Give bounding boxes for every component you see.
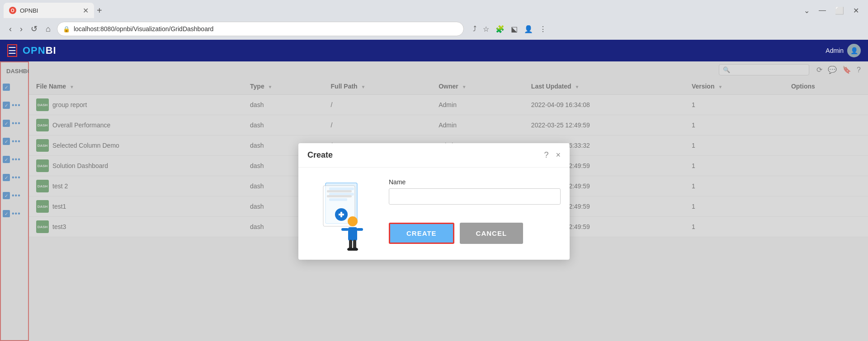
modal-actions: CREATE CANCEL (389, 223, 561, 244)
tab-title: OPNBI (20, 7, 38, 14)
svg-rect-9 (340, 212, 342, 217)
window-close-icon[interactable]: ✕ (853, 6, 859, 15)
modal-body: Name CREATE CANCEL (298, 168, 570, 260)
modal-header: Create ? × (298, 143, 570, 168)
forward-button[interactable]: › (18, 23, 24, 36)
illustration-svg (312, 178, 375, 251)
menu-icon[interactable]: ⋮ (539, 25, 547, 33)
extensions-icon[interactable]: 🧩 (495, 25, 505, 33)
share-icon[interactable]: ⤴ (473, 25, 476, 33)
minimize-icon[interactable]: — (819, 6, 826, 14)
tab-close-button[interactable]: ✕ (83, 6, 89, 15)
svg-rect-5 (327, 190, 352, 192)
svg-rect-6 (327, 195, 352, 197)
svg-rect-15 (353, 240, 356, 249)
content-area: DASHBOARD ✓ ✓ ••• ✓ ••• ✓ ••• ✓ (0, 61, 868, 341)
modal-close-button[interactable]: × (556, 150, 561, 160)
name-label: Name (389, 178, 561, 186)
admin-label: Admin (826, 47, 844, 54)
app-logo: OPNBI (23, 45, 57, 56)
tab-favicon: O (9, 7, 16, 14)
logo-bi: BI (46, 45, 57, 56)
app-wrapper: ☰ OPNBI Admin 👤 DASHBOARD ✓ ✓ ••• ✓ ••• (0, 40, 868, 341)
active-tab[interactable]: O OPNBI ✕ (4, 3, 94, 18)
name-input[interactable] (389, 188, 561, 205)
bookmark-icon[interactable]: ☆ (483, 25, 489, 33)
home-button[interactable]: ⌂ (44, 23, 52, 36)
admin-avatar[interactable]: 👤 (847, 44, 861, 57)
modal-form: Name CREATE CANCEL (389, 178, 561, 251)
address-bar[interactable]: 🔒 localhost:8080/opnbi/Visualization/Gri… (57, 22, 464, 36)
svg-point-10 (348, 216, 358, 226)
tab-right-controls: ⌄ — ⬜ ✕ (804, 6, 859, 15)
modal-header-right: ? × (544, 150, 561, 160)
svg-rect-14 (349, 240, 352, 249)
svg-rect-13 (357, 228, 363, 231)
address-bar-right: ⤴ ☆ 🧩 ⬕ 👤 ⋮ (473, 25, 547, 33)
logo-opn: OPN (23, 45, 46, 56)
cancel-button[interactable]: CANCEL (460, 223, 524, 244)
reload-button[interactable]: ↺ (29, 22, 39, 36)
lock-icon: 🔒 (63, 26, 70, 33)
svg-rect-11 (348, 227, 357, 241)
maximize-icon[interactable]: ⬜ (835, 6, 844, 15)
modal-title: Create (307, 150, 333, 160)
address-bar-row: ‹ › ↺ ⌂ 🔒 localhost:8080/opnbi/Visualiza… (0, 18, 868, 40)
url-text: localhost:8080/opnbi/Visualization/GridD… (74, 25, 214, 33)
svg-point-17 (352, 248, 358, 251)
back-button[interactable]: ‹ (7, 23, 14, 36)
create-modal: Create ? × (298, 143, 570, 260)
browser-chrome: O OPNBI ✕ + ⌄ — ⬜ ✕ ‹ › ↺ ⌂ 🔒 localhost:… (0, 0, 868, 40)
app-header: ☰ OPNBI Admin 👤 (0, 40, 868, 61)
modal-overlay: Create ? × (0, 61, 868, 341)
modal-help-button[interactable]: ? (544, 150, 548, 160)
profile-icon[interactable]: 👤 (524, 25, 533, 33)
create-button[interactable]: CREATE (389, 223, 454, 244)
modal-illustration (307, 178, 380, 251)
tab-bar: O OPNBI ✕ + ⌄ — ⬜ ✕ (0, 0, 868, 18)
new-tab-button[interactable]: + (97, 6, 102, 15)
tab-search-icon[interactable]: ⌄ (804, 6, 810, 15)
split-icon[interactable]: ⬕ (511, 25, 518, 33)
svg-rect-12 (341, 228, 349, 231)
admin-area: Admin 👤 (826, 44, 861, 57)
hamburger-menu[interactable]: ☰ (7, 44, 17, 57)
